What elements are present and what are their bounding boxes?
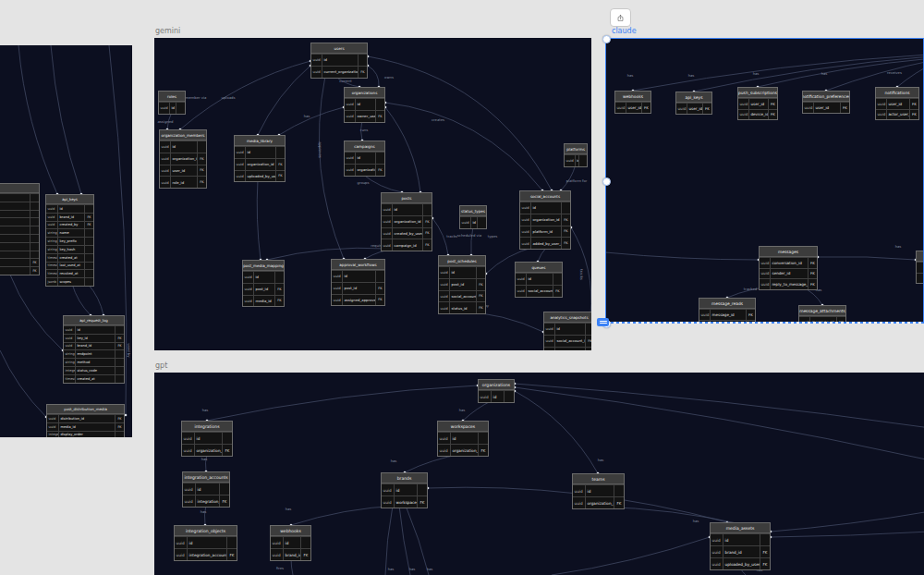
cell-key: FK	[477, 278, 485, 290]
edge	[258, 66, 310, 135]
cell-type: uuid	[711, 545, 723, 557]
table-row: uuiddistribution_idFK	[47, 414, 124, 422]
edge	[463, 400, 492, 421]
cell-key: FK	[227, 548, 237, 560]
table-header: media_assets	[711, 523, 770, 533]
table-row: uuidpost_idFK	[243, 283, 284, 295]
edge-label: assigned	[158, 119, 174, 124]
table-social_accounts[interactable]: social_accountsuuididuuidorganization_id…	[519, 190, 571, 250]
table-row: uuidmedia_idFK	[243, 295, 284, 307]
edge	[399, 506, 410, 575]
table-workspaces[interactable]: workspacesuuididuuidorganization_idFK	[437, 421, 489, 457]
table-campaigns[interactable]: campaignsuuididuuidorganization_idFK	[344, 141, 385, 177]
cell-key	[85, 228, 93, 237]
cell-type: uuid	[573, 484, 586, 496]
table-row: uuiduser_idFK	[803, 102, 849, 113]
table-partial[interactable]	[916, 251, 924, 284]
table-analytics_snapshots[interactable]: analytics_snapshotsuuididuuidsocial_acco…	[543, 312, 591, 350]
cell-name: id	[284, 536, 301, 548]
table-users[interactable]: usersuuididuuidcurrent_organization_idFK	[310, 43, 368, 79]
table-row: uuidorganization_idFK	[160, 153, 206, 165]
table-media_assets[interactable]: media_assetsuuididuuidbrand_idFKuuiduplo…	[710, 522, 771, 570]
edge	[368, 66, 379, 87]
table-status_types[interactable]: status_typesuuidid	[459, 205, 487, 229]
selection-badge[interactable]	[597, 318, 609, 326]
table-row: stringkey_hash	[46, 245, 93, 253]
table-row: uuidcreated_byFK	[46, 221, 93, 229]
table-post_schedules[interactable]: post_schedulesuuididuuidpost_idFKuuidsoc…	[438, 255, 486, 314]
table-row: uuidid	[345, 98, 384, 110]
table-queues[interactable]: queuesuuididuuidsocial_account_idFK	[515, 262, 563, 298]
cell-type: uuid	[271, 536, 284, 548]
table-approval_workflows[interactable]: approval_workflowsuuididuuidpost_idFKuui…	[331, 259, 385, 306]
table-media_library[interactable]: media_libraryuuididuuidorganization_idFK…	[234, 135, 286, 182]
table-messages[interactable]: messagesuuidconversation_idFKuuidsender_…	[759, 246, 818, 290]
table-webhooks[interactable]: webhooksuuiduser_idFK	[614, 91, 651, 114]
edge-label: current	[339, 79, 352, 83]
table-api_keys[interactable]: api_keysuuiduser_idFK	[675, 92, 712, 115]
table-header	[917, 251, 924, 262]
table-brands[interactable]: brandsuuididuuidworkspace_idFK	[381, 472, 428, 508]
cell-key: FK	[760, 557, 770, 569]
edge	[204, 505, 206, 525]
table-post_distribution_media[interactable]: post_distribution_mediauuiddistribution_…	[46, 404, 125, 437]
table-teams[interactable]: teamsuuididuuidorganization_idFK	[572, 473, 625, 509]
table-post_media_mapping[interactable]: post_media_mappinguuididuuidpost_idFKuui…	[242, 260, 285, 307]
table-organization_members[interactable]: organization_membersuuididuuidorganizati…	[159, 129, 207, 189]
cell-key: FK	[301, 548, 310, 560]
table-row: uuidstatus_idFK	[439, 301, 485, 313]
frame-gemini[interactable]: currentownsmember viaassigneduploadshasr…	[154, 38, 591, 350]
diagram-canvas[interactable]: used byFKFKapi_keysuuididuuidbrand_idFKu…	[0, 0, 924, 575]
table-posts[interactable]: postsuuididuuidorganization_idFKuuidcrea…	[381, 192, 432, 251]
frame-claude[interactable]: hashashashasreceivestrackedhashaswebhook…	[605, 38, 924, 323]
table-row: timestamprevoked_at	[46, 269, 93, 277]
table-partial[interactable]: FKFK	[0, 183, 40, 275]
cell-name: id	[246, 146, 276, 158]
cell-name: id	[393, 203, 423, 215]
table-notifications[interactable]: notificationsuuiduser_idFKuuidactor_user…	[875, 87, 919, 120]
selection-handle-mid-left[interactable]	[602, 177, 611, 186]
cell-name: organization_id	[171, 153, 198, 165]
table-roles[interactable]: rolesuuidid	[158, 91, 186, 115]
table-row: uuiduploaded_by_user_idFK	[235, 170, 285, 182]
table-message_reads[interactable]: message_readsuuidmessage_idFKuuiduser_id…	[699, 298, 756, 323]
cell-name: brand_id	[723, 545, 760, 557]
table-row: uuiduploaded_by_user_idFK	[711, 557, 770, 569]
frame-label-claude[interactable]: claude	[612, 27, 637, 36]
cell-key	[477, 266, 485, 278]
table-push_subscriptions[interactable]: push_subscriptionsuuiduser_idFKuuiddevic…	[737, 87, 778, 120]
table-header: status_types	[460, 206, 486, 216]
cell-type: uuid	[382, 227, 393, 239]
table-integrations[interactable]: integrationsuuididuuidorganization_idFK	[181, 421, 233, 457]
frame-label-gemini[interactable]: gemini	[155, 27, 180, 36]
edge	[72, 284, 91, 315]
cell-type: uuid	[46, 204, 58, 213]
table-api_request_log[interactable]: api_request_loguuididuuidkey_idFKuuidbra…	[63, 315, 125, 384]
table-row: jsonbscopes	[46, 277, 93, 286]
table-integration_accounts[interactable]: integration_accountsuuididuuidintegratio…	[182, 471, 230, 508]
cell-name: id	[555, 323, 586, 335]
table-message_attachments[interactable]: message_attachmentsuuidmessage_idFK	[798, 305, 846, 323]
table-notification_preferences[interactable]: notification_preferencesuuiduser_idFK	[802, 91, 850, 114]
cell-name: user_id	[171, 165, 198, 177]
frame-left[interactable]: used byFKFKapi_keysuuididuuidbrand_idFKu…	[0, 45, 132, 437]
table-header: messages	[760, 247, 817, 257]
table-organizations[interactable]: organizationsuuidid	[478, 379, 515, 403]
edge-label: has	[821, 71, 828, 76]
frame-label-gpt[interactable]: gpt	[155, 361, 167, 371]
table-integration_objects[interactable]: integration_objectsuuididuuidintegration…	[174, 525, 237, 561]
cell-type: uuid	[182, 432, 195, 444]
edge-label: uploads	[222, 95, 236, 100]
cell-type: uuid	[243, 295, 254, 307]
selection-handle-top-left[interactable]	[602, 35, 611, 43]
table-platforms[interactable]: platformsuuidid	[564, 143, 588, 167]
share-button[interactable]	[610, 8, 631, 27]
frame-gpt[interactable]: hashashashashashashashashasfireshashasha…	[154, 373, 924, 575]
table-webhooks[interactable]: webhooksuuididuuidbrand_idFK	[270, 525, 311, 561]
table-organizations[interactable]: organizationsuuididuuidowner_user_idFK	[344, 87, 385, 123]
table-api_keys[interactable]: api_keysuuididuuidbrand_idFKuuidcreated_…	[45, 194, 94, 287]
cell-name: user_id	[626, 102, 642, 113]
table-row: uuidid	[175, 536, 237, 548]
table-row: uuidid	[311, 54, 367, 66]
cell-type: uuid	[235, 170, 246, 182]
